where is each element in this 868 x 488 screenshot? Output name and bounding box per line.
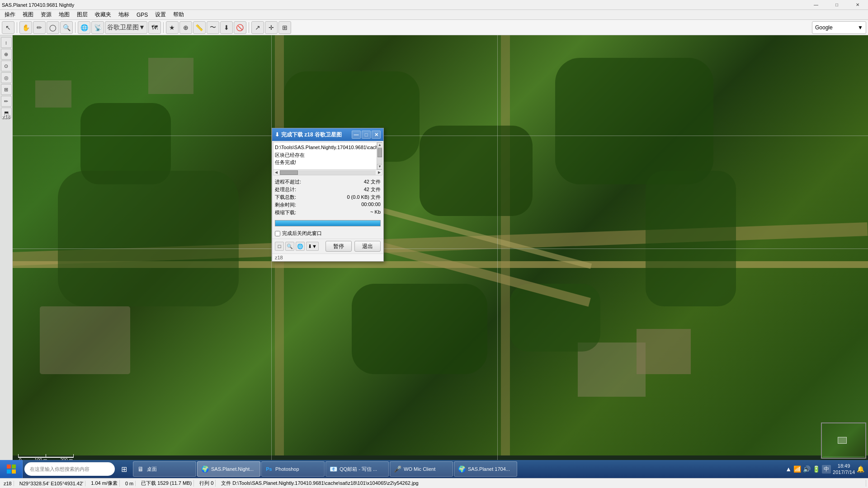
search-dropdown[interactable]: Google ▼ (812, 21, 866, 34)
tool-download[interactable]: ⬇ (220, 21, 233, 34)
grid-line-h2 (13, 249, 868, 249)
sasplanet-icon: 🌍 (201, 465, 208, 473)
tool-circle[interactable]: ◯ (47, 21, 59, 34)
map-area[interactable] (13, 35, 868, 455)
scroll-track[interactable] (377, 148, 382, 164)
dialog-status-text: z18 (275, 255, 283, 260)
scroll-thumb[interactable] (377, 148, 382, 157)
scroll-up[interactable]: ▲ (377, 142, 382, 148)
dialog-icon-zoom[interactable]: 🔍 (285, 242, 294, 251)
taskbar-item-sasplanet[interactable]: 🌍 SAS.Planet.Night... (197, 461, 260, 477)
svg-rect-1 (12, 465, 16, 469)
taskbar-search-container (23, 462, 117, 476)
tool-satellite[interactable]: 📡 (91, 21, 104, 34)
taskbar-search-input[interactable] (24, 462, 115, 476)
tool-cross[interactable]: ✛ (265, 21, 278, 34)
menu-settings[interactable]: 设置 (151, 10, 170, 20)
minimap[interactable] (821, 422, 866, 459)
log-scrollbar[interactable]: ▲ ▼ (377, 142, 382, 169)
taskbar-item-sasplanet2[interactable]: 🌍 SAS.Planet 1704... (454, 461, 517, 477)
tool-ruler[interactable]: 📏 (193, 21, 206, 34)
tool-stop[interactable]: 🚫 (234, 21, 246, 34)
log-line-2: 区块已经存在 (275, 151, 376, 159)
svg-rect-3 (12, 469, 16, 474)
scroll-down[interactable]: ▼ (377, 164, 382, 169)
close-btn[interactable]: ✕ (847, 0, 868, 10)
tool-star[interactable]: ★ (166, 21, 179, 34)
processed-label: 进程不超过: (275, 178, 301, 185)
taskbar-item-womic[interactable]: 🎤 WO Mic Client (390, 461, 453, 477)
taskbar-item-desktop[interactable]: 🖥 桌面 (133, 461, 196, 477)
tray-volume[interactable]: 🔊 (803, 465, 811, 473)
dialog-icon-download[interactable]: ⬇▼ (306, 242, 319, 251)
downloaded-label: 下载总数: (275, 194, 296, 201)
menu-operate[interactable]: 操作 (1, 10, 19, 20)
maximize-btn[interactable]: □ (826, 0, 847, 10)
hscroll-track[interactable] (280, 170, 376, 175)
minimize-btn[interactable]: — (806, 0, 826, 10)
hscroll-thumb[interactable] (280, 170, 298, 175)
tool-layers2[interactable]: 🗺 (148, 21, 161, 34)
menu-favorites[interactable]: 收藏夹 (91, 10, 115, 20)
status-download: 已下载 1529 (11.7 MB) (139, 480, 194, 487)
tray-notification[interactable]: 🔔 (857, 465, 864, 473)
svg-rect-2 (7, 469, 11, 474)
dialog-title: 完成下载 z18 谷歌卫星图 (281, 131, 342, 139)
dialog-minimize-btn[interactable]: — (352, 131, 361, 139)
taskbar: ⊞ 🖥 桌面 🌍 SAS.Planet.Night... Ps Photosho… (0, 460, 868, 478)
dialog-close-btn[interactable]: ✕ (372, 131, 381, 139)
dialog-icon-globe[interactable]: 🌐 (296, 242, 305, 251)
sidebar-btn-3[interactable]: ⊙ (1, 61, 12, 71)
taskbar-date: 2017/7/14 (833, 469, 855, 475)
zoom-label: z18 (2, 114, 10, 119)
tool-path[interactable]: 〜 (207, 21, 219, 34)
hscroll-left[interactable]: ◀ (274, 170, 279, 175)
sidebar-btn-5[interactable]: ⊞ (1, 84, 12, 95)
dialog-icon-square[interactable]: □ (275, 242, 284, 251)
status-zoom: z18 (2, 481, 14, 486)
menu-view[interactable]: 视图 (19, 10, 37, 20)
tool-pencil[interactable]: ✏ (33, 21, 46, 34)
sidebar-btn-6[interactable]: ✏ (1, 96, 12, 107)
dialog-maximize-btn[interactable]: □ (362, 131, 371, 139)
statusbar: z18 N29°3328.54' E105°4931.42' 1.04 m/像素… (0, 478, 868, 488)
tool-layers[interactable]: 谷歌卫星图▼ (105, 21, 147, 34)
status-column: 行列 0 (198, 480, 216, 487)
sidebar-btn-2[interactable]: ⊕ (1, 49, 12, 60)
menubar: 操作 视图 资源 地图 图层 收藏夹 地标 GPS 设置 帮助 (0, 10, 868, 20)
svg-rect-0 (7, 465, 11, 469)
tray-lang[interactable]: 中 (822, 465, 831, 474)
womic-icon: 🎤 (394, 465, 401, 473)
menu-map[interactable]: 地图 (55, 10, 73, 20)
pause-button[interactable]: 暂停 (326, 241, 352, 252)
dialog-status-bar: z18 (272, 253, 383, 261)
tool-grid[interactable]: ⊞ (278, 21, 291, 34)
tool-zoom-in[interactable]: 🔍 (60, 21, 73, 34)
horizontal-scrollbar[interactable]: ◀ ▶ (274, 169, 382, 175)
start-button[interactable] (0, 460, 23, 478)
sidebar-btn-1[interactable]: ↕ (1, 37, 12, 48)
task-view-btn[interactable]: ⊞ (118, 464, 129, 474)
taskbar-item-qqmail[interactable]: 📧 QQ邮箱 - 写信 ... (326, 461, 389, 477)
hscroll-right[interactable]: ▶ (377, 170, 382, 175)
menu-help[interactable]: 帮助 (170, 10, 188, 20)
tool-globe[interactable]: 🌐 (78, 21, 90, 34)
tool-search[interactable]: ⊕ (179, 21, 192, 34)
sasplanet2-icon: 🌍 (458, 465, 465, 473)
menu-layers[interactable]: 图层 (73, 10, 91, 20)
tool-arrow[interactable]: ↗ (251, 21, 264, 34)
tray-battery[interactable]: 🔋 (812, 465, 820, 473)
tray-network[interactable]: 📶 (793, 465, 801, 473)
close-on-complete-checkbox[interactable] (275, 231, 280, 236)
desktop-icon: 🖥 (137, 465, 144, 473)
menu-resources[interactable]: 资源 (37, 10, 55, 20)
tool-cursor[interactable]: ↖ (2, 21, 14, 34)
sidebar-btn-4[interactable]: ◎ (1, 72, 12, 83)
menu-gps[interactable]: GPS (133, 10, 151, 20)
taskbar-tray: ▲ 📶 🔊 🔋 中 18:49 2017/7/14 🔔 (782, 463, 868, 476)
tool-pan[interactable]: ✋ (19, 21, 32, 34)
taskbar-item-photoshop[interactable]: Ps Photoshop (261, 461, 325, 477)
exit-button[interactable]: 退出 (354, 241, 381, 252)
menu-landmark[interactable]: 地标 (115, 10, 133, 20)
tray-expand[interactable]: ▲ (785, 465, 792, 473)
